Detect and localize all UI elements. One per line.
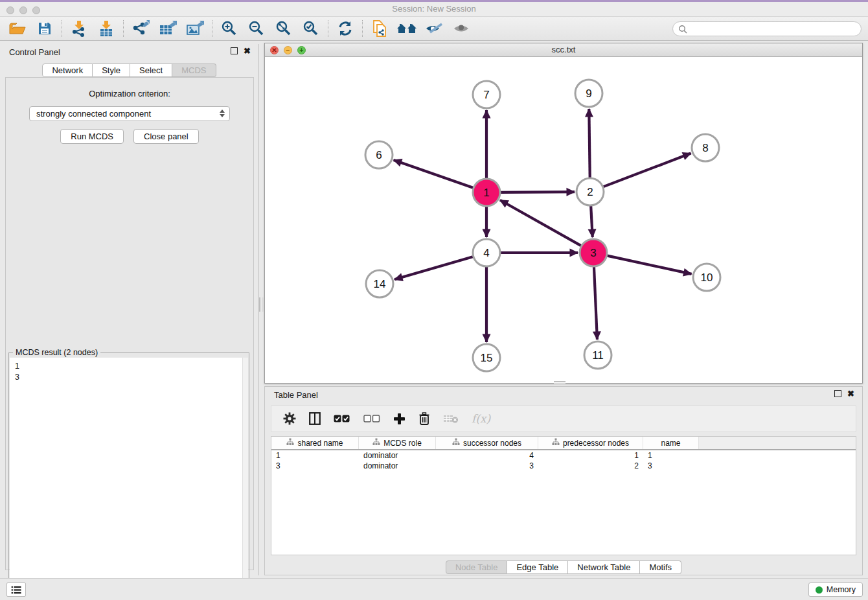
toolbar-separator (212, 20, 212, 37)
zoom-selected-icon[interactable] (297, 19, 325, 38)
app-titlebar: Session: New Session (0, 2, 868, 17)
deselect-all-icon[interactable] (363, 411, 380, 426)
open-file-icon[interactable] (4, 19, 31, 38)
cell-name[interactable]: 3 (643, 461, 699, 470)
network-window-titlebar[interactable]: ✕ − + scc.txt (265, 43, 862, 57)
sort-hierarchy-icon (372, 438, 380, 448)
scrollbar-track[interactable] (242, 358, 248, 596)
tab-select[interactable]: Select (130, 63, 172, 77)
search-input[interactable] (691, 23, 861, 35)
column-header-name[interactable]: name (643, 437, 699, 449)
cell-predecessor-nodes[interactable]: 2 (538, 461, 643, 470)
hide-panel-icon[interactable] (420, 19, 448, 38)
float-panel-icon[interactable] (834, 390, 841, 397)
cell-successor-nodes[interactable]: 3 (436, 461, 538, 470)
tab-mcds[interactable]: MCDS (172, 63, 216, 77)
task-history-button[interactable] (6, 583, 26, 597)
save-session-icon[interactable] (31, 19, 58, 38)
delete-icon[interactable] (418, 411, 430, 426)
network-window-controls[interactable]: ✕ − + (270, 46, 306, 54)
column-header-successor-nodes[interactable]: successor nodes (436, 437, 538, 449)
sort-hierarchy-icon (452, 438, 460, 448)
horizontal-splitter-handle[interactable] (554, 381, 565, 384)
close-panel-button[interactable]: Close panel (133, 129, 199, 144)
memory-button[interactable]: Memory (808, 583, 863, 597)
vertical-splitter-handle[interactable] (259, 297, 264, 312)
tab-motifs[interactable]: Motifs (640, 560, 681, 574)
clone-network-icon[interactable] (366, 19, 393, 38)
import-network-icon[interactable] (65, 19, 93, 38)
network-view-window: ✕ − + scc.txt 7968124314101511 (264, 43, 863, 384)
edge-2-8[interactable] (604, 154, 691, 187)
maximize-window-button[interactable] (32, 6, 40, 14)
toolbar-separator (328, 20, 328, 37)
close-panel-icon[interactable]: ✖ (244, 47, 251, 54)
export-table-icon[interactable] (154, 19, 181, 38)
float-panel-icon[interactable] (231, 47, 238, 54)
node-label-4: 4 (483, 247, 489, 259)
function-builder-icon: f(x) (472, 411, 490, 426)
cell-name[interactable]: 1 (643, 451, 699, 460)
gear-icon[interactable] (283, 411, 296, 426)
node-label-1: 1 (483, 187, 489, 199)
zoom-in-icon[interactable] (216, 19, 243, 38)
column-header-shared-name[interactable]: shared name (271, 437, 359, 449)
select-all-icon[interactable] (334, 411, 350, 426)
app-title: Session: New Session (0, 2, 868, 16)
table-row[interactable]: 1dominator411 (271, 450, 856, 461)
edge-3-10[interactable] (607, 256, 691, 274)
dropdown-stepper-icon (220, 110, 225, 117)
home-icon[interactable] (393, 19, 420, 38)
column-header-predecessor-nodes[interactable]: predecessor nodes (538, 437, 643, 449)
export-network-icon[interactable] (127, 19, 154, 38)
table-row[interactable]: 3dominator323 (271, 461, 856, 471)
zoom-fit-icon[interactable] (270, 19, 297, 38)
close-view-icon[interactable]: ✕ (270, 46, 279, 54)
run-mcds-button[interactable]: Run MCDS (60, 129, 124, 144)
edge-1-2[interactable] (501, 192, 575, 192)
cell-shared-name[interactable]: 1 (271, 451, 359, 460)
refresh-icon[interactable] (332, 19, 359, 38)
search-box[interactable] (672, 21, 862, 36)
edge-1-6[interactable] (394, 160, 474, 188)
toolbar-separator (123, 20, 124, 37)
toolbar-separator (62, 20, 62, 37)
import-table-icon[interactable] (93, 19, 120, 38)
cell-MCDS-role[interactable]: dominator (359, 451, 436, 460)
edge-4-14[interactable] (394, 257, 473, 279)
cell-shared-name[interactable]: 3 (271, 461, 359, 470)
tab-edge-table[interactable]: Edge Table (507, 560, 568, 574)
tab-network[interactable]: Network (42, 63, 93, 77)
close-window-button[interactable] (6, 6, 14, 14)
show-panel-icon[interactable] (448, 19, 475, 38)
node-label-7: 7 (483, 89, 489, 101)
edge-3-1[interactable] (500, 200, 581, 246)
tab-style[interactable]: Style (93, 63, 130, 77)
node-table[interactable]: shared nameMCDS rolesuccessor nodesprede… (271, 436, 856, 555)
close-panel-icon[interactable]: ✖ (847, 390, 854, 397)
edge-3-11[interactable] (594, 267, 597, 340)
cell-predecessor-nodes[interactable]: 1 (538, 451, 643, 460)
maximize-view-icon[interactable]: + (297, 46, 306, 54)
tab-node-table[interactable]: Node Table (446, 560, 508, 574)
minimize-window-button[interactable] (19, 6, 27, 14)
add-icon[interactable] (393, 411, 405, 426)
status-bar: Memory (0, 578, 868, 600)
edge-2-3[interactable] (591, 206, 593, 237)
network-canvas[interactable]: 7968124314101511 (265, 57, 862, 383)
zoom-out-icon[interactable] (243, 19, 270, 38)
window-controls[interactable] (6, 6, 40, 14)
mcds-result-textarea[interactable]: 1 3 (10, 358, 248, 596)
mcds-panel: Optimization criterion: strongly connect… (5, 77, 254, 570)
column-header-MCDS-role[interactable]: MCDS role (359, 437, 436, 449)
edge-2-9[interactable] (589, 109, 589, 178)
cell-successor-nodes[interactable]: 4 (436, 451, 538, 460)
export-image-icon[interactable] (181, 19, 209, 38)
cell-MCDS-role[interactable]: dominator (359, 461, 436, 470)
network-graph[interactable]: 7968124314101511 (265, 57, 863, 383)
tab-network-table[interactable]: Network Table (568, 560, 640, 574)
column-icon[interactable] (309, 411, 321, 426)
criterion-dropdown[interactable]: strongly connected component (29, 106, 230, 121)
node-label-8: 8 (702, 142, 708, 154)
minimize-view-icon[interactable]: − (284, 46, 292, 54)
